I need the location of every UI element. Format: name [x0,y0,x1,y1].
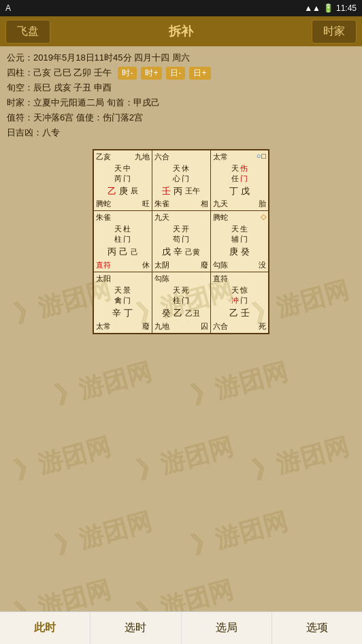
n-gate: 休 门 [182,163,189,184]
e-bottom-spirit: 勾陈 [213,260,228,270]
nw-branch: 庚 [119,185,128,197]
time-minus-button[interactable]: 时- [118,67,137,80]
nw-tian-star: 天 芮 [114,163,122,184]
s-top-left: 勾陈 [154,274,169,284]
c-bottom-status: 廢 [201,260,208,270]
w-tian-star: 天 柱 [114,224,122,244]
n-bottom-status: 相 [201,199,208,209]
s-extra: 乙丑 [185,308,200,319]
ne-circle: ○ [257,152,261,160]
c-top-left: 九天 [154,212,169,223]
se-branch: 壬 [241,307,250,319]
tab-select-time[interactable]: 选时 [90,612,181,644]
w-gate: 杜 门 [123,224,131,244]
w-top-left: 朱雀 [96,212,111,223]
c-extra: 己黄 [185,247,200,257]
ne-stem: 丁 [229,185,238,197]
n-top-left: 六合 [154,152,169,162]
n-stem: 壬 [162,185,171,197]
e-bottom-status: 没 [259,260,266,270]
se-bottom-spirit: 六合 [213,321,228,332]
info-line4: 时家：立夏中元阳遁二局 旬首：甲戌己 [7,95,355,110]
info-area: 公元：2019年5月18日11时45分 四月十四 周六 四柱：己亥 己巳 乙卯 … [0,46,362,145]
watermark6: 》游团网 [11,430,114,488]
n-tian-star: 天 心 [173,163,180,184]
w-bottom-spirit: 直符 [96,260,111,270]
ne-top-left: 太常 [213,152,228,162]
w-bottom-status: 休 [142,260,150,270]
status-left: A [5,3,11,13]
tab-select-game[interactable]: 选局 [182,612,272,644]
watermark9: 》游团网 [52,505,155,563]
ne-square: □ [261,152,266,160]
s-bottom-spirit: 九地 [154,321,169,332]
nw-gate: 中 门 [123,163,131,184]
cell-center: 九天 天 苟 开 门 戊 辛 [152,211,210,272]
status-right: ▲▲ 🔋 11:45 [304,3,357,13]
watermark4: 》游团网 [52,355,155,413]
nw-top-left: 乙亥 [96,152,111,162]
nw-bottom-spirit: 腾蛇 [96,199,111,209]
cell-w: 朱雀 天 柱 杜 门 丙 己 [93,211,152,272]
e-top-left: 腾蛇 [213,212,228,223]
cell-sw: 太阳 天 禽 景 门 辛 丁 [93,272,152,334]
c-gate: 开 门 [182,224,189,244]
tab-now[interactable]: 此时 [0,612,90,644]
info-line2: 四柱：己亥 己巳 乙卯 壬午 时- 时+ 日- 日+ [7,65,355,80]
shijia-text: 时家：立夏中元阳遁二局 旬首：甲戌己 [7,95,160,110]
date-plus-button[interactable]: 日+ [189,67,210,80]
ne-tian-star: 天 任 [231,163,239,184]
se-tian-star: 天 冲 [231,285,239,306]
time-plus-button[interactable]: 时+ [141,67,162,80]
e-diamond: ◇ [261,212,266,221]
watermark10: 》游团网 [188,505,291,563]
tab-select-time-label: 选时 [125,621,146,635]
tab-options-label: 选项 [306,621,328,635]
info-line3: 旬空：辰巳 戌亥 子丑 申酉 [7,80,355,95]
s-bottom-status: 囚 [201,321,208,332]
info-line5: 值符：天冲落6宫 值使：伤门落2宫 [7,110,355,125]
cell-nw: 乙亥 九地 天 芮 中 门 乙 [93,150,152,211]
n-branch: 丙 [174,185,182,197]
date-minus-button[interactable]: 日- [166,67,185,80]
fei-pan-button[interactable]: 飞盘 [5,20,50,44]
e-tian-star: 天 辅 [231,224,239,244]
cell-n: 六合 天 心 休 门 壬 丙 [152,150,210,211]
page-title: 拆补 [169,23,193,39]
qi-men-grid: 乙亥 九地 天 芮 中 门 乙 [93,149,269,334]
tab-select-game-label: 选局 [216,621,237,635]
s-branch: 乙 [174,307,182,319]
rijixiong-text: 日吉凶：八专 [7,125,60,140]
tab-bar: 此时 选时 选局 选项 [0,611,362,644]
c-stem: 戊 [162,246,171,258]
tab-options[interactable]: 选项 [272,612,362,644]
sw-bottom-status: 廢 [142,321,150,332]
ne-bottom-status: 胎 [259,199,266,209]
s-tian-star: 天 柱 [173,285,180,306]
nw-bottom-status: 旺 [142,199,150,209]
sw-stem: 辛 [112,307,121,319]
ne-branch: 戊 [241,185,250,197]
c-bottom-spirit: 太阴 [154,260,169,270]
sw-tian-star: 天 禽 [114,285,122,306]
shi-jia-button[interactable]: 时家 [312,20,357,44]
cell-se: 直符 天 冲 惊 门 乙 壬 [210,272,269,334]
grid-wrapper: 乙亥 九地 天 芮 中 门 乙 [0,149,362,334]
top-nav: 飞盘 拆补 时家 [0,16,362,46]
sw-gate: 景 门 [123,285,131,306]
date-text: 公元：2019年5月18日11时45分 四月十四 周六 [7,50,190,65]
n-extra: 王午 [185,186,200,196]
n-bottom-spirit: 朱雀 [154,199,169,209]
clock: 11:45 [336,3,357,13]
c-tian-star: 天 苟 [173,224,180,244]
cell-e: 腾蛇 ◇ 天 辅 生 门 庚 [210,211,269,272]
sw-branch: 丁 [124,307,133,319]
signal-icon: ▲▲ [304,3,320,13]
se-top-left: 直符 [213,274,228,284]
s-gate: 死 门 [182,285,189,306]
app-icon: A [5,3,11,13]
e-stem: 庚 [229,246,238,258]
s-stem: 癸 [162,307,171,319]
nw-branch2: 辰 [131,186,138,196]
tab-now-label: 此时 [34,621,56,635]
